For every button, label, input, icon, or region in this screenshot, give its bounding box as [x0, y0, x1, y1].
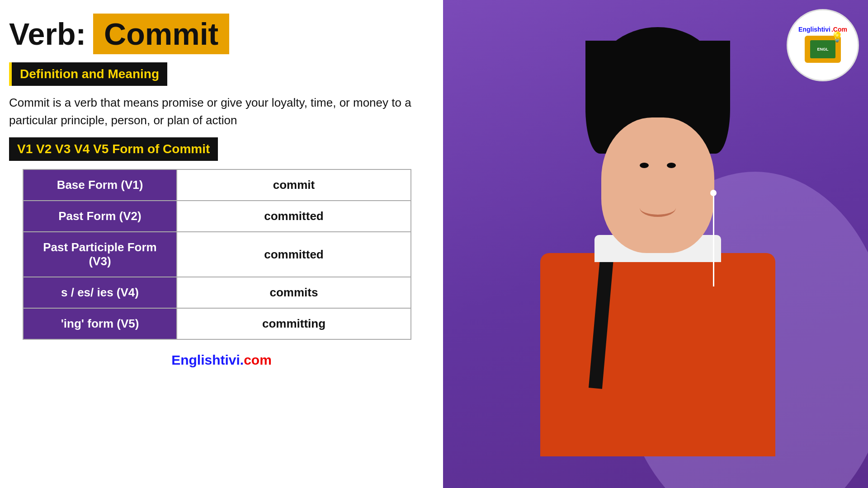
logo-tv-screen: ENGL	[810, 40, 835, 58]
form-value-cell: committed	[177, 201, 411, 232]
logo-tv-text: ENGL	[817, 47, 828, 52]
table-row: s / es/ ies (V4)commits	[23, 277, 411, 308]
person-body	[540, 253, 775, 456]
brand-red: com	[244, 352, 272, 367]
form-value-cell: commits	[177, 277, 411, 308]
form-value-cell: commit	[177, 169, 411, 201]
title-row: Verb: Commit	[9, 14, 434, 54]
form-value-cell: committing	[177, 308, 411, 339]
form-label-cell: Past Participle Form (V3)	[23, 232, 177, 277]
table-row: Past Participle Form (V3)committed	[23, 232, 411, 277]
earbud-icon	[710, 190, 717, 196]
form-label-cell: s / es/ ies (V4)	[23, 277, 177, 308]
person-eyes	[640, 163, 676, 168]
table-row: 'ing' form (V5)committing	[23, 308, 411, 339]
right-panel: Englishtivi.Com ENGL 💡	[443, 0, 868, 488]
logo-text-blue: Englishtivi	[798, 26, 830, 33]
logo-circle: Englishtivi.Com ENGL 💡	[787, 9, 859, 81]
brand-blue: Englishtivi	[171, 352, 240, 367]
table-row: Past Form (V2)committed	[23, 201, 411, 232]
person-eye-left	[640, 163, 649, 168]
brand-dot: .	[240, 352, 244, 367]
table-row: Base Form (V1)commit	[23, 169, 411, 201]
person-smile	[640, 199, 676, 217]
footer-brand: Englishtivi.com	[9, 352, 434, 368]
form-label-cell: Past Form (V2)	[23, 201, 177, 232]
forms-badge: V1 V2 V3 V4 V5 Form of Commit	[9, 137, 218, 161]
verb-forms-table: Base Form (V1)commitPast Form (V2)commit…	[23, 169, 411, 340]
form-value-cell: committed	[177, 232, 411, 277]
form-label-cell: Base Form (V1)	[23, 169, 177, 201]
logo-tv-icon: ENGL 💡	[805, 36, 841, 63]
definition-badge: Definition and Meaning	[9, 62, 167, 86]
right-bg: Englishtivi.Com ENGL 💡	[443, 0, 868, 488]
bag-strap	[589, 253, 614, 389]
earbud-wire	[713, 196, 714, 286]
person-figure	[448, 14, 868, 488]
person-face	[601, 117, 714, 253]
form-label-cell: 'ing' form (V5)	[23, 308, 177, 339]
definition-text: Commit is a verb that means promise or g…	[9, 94, 434, 129]
verb-word-highlight: Commit	[93, 14, 229, 54]
bulb-icon: 💡	[831, 31, 843, 43]
verb-prefix-label: Verb:	[9, 16, 86, 52]
person-eye-right	[667, 163, 676, 168]
left-panel: Verb: Commit Definition and Meaning Comm…	[0, 0, 443, 488]
